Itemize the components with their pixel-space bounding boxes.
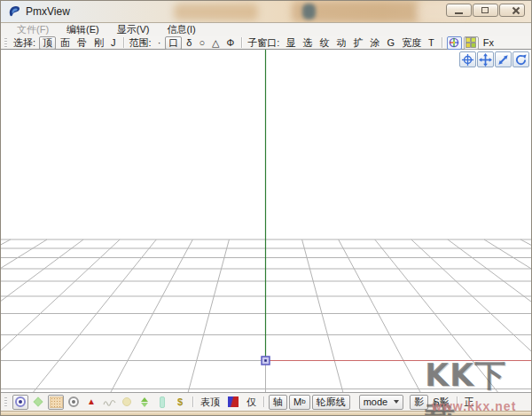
subwindow-button-t[interactable]: T (425, 37, 438, 48)
subwindow-button-width[interactable]: 宽度 (398, 36, 425, 50)
wave-icon (103, 398, 116, 406)
maximize-icon (481, 7, 489, 13)
viewport-canvas[interactable] (1, 50, 531, 392)
pale-circle-icon (122, 397, 131, 406)
range-label: 范围: (129, 36, 152, 50)
background-blur-blob (302, 4, 316, 20)
only-toggle[interactable]: 仅 (243, 396, 260, 409)
vertex-color-swatch[interactable] (228, 396, 239, 407)
subwindow-button-texture[interactable]: 纹 (316, 36, 332, 50)
titlebar: PmxView (1, 1, 531, 23)
dollar-icon: $ (177, 396, 183, 407)
outline-button[interactable]: 轮廓线 (312, 395, 350, 410)
range-button-dot[interactable]: · (154, 37, 165, 48)
toolbar-separator (241, 37, 242, 48)
range-button-phi[interactable]: Φ (223, 37, 239, 48)
subwindow-button-extend[interactable]: 扩 (349, 36, 366, 50)
main-toolbar: 选择: 顶 面 骨 刚 J 范围: · 口 δ ○ △ Φ 子窗口: 显 选 纹… (1, 36, 531, 50)
select-button-vertex[interactable]: 顶 (39, 36, 56, 50)
toolbar-separator (263, 396, 264, 407)
updown-arrows-button[interactable] (137, 395, 153, 410)
dollar-button[interactable]: $ (172, 395, 188, 410)
single-view-icon (449, 37, 459, 48)
point-select-icon (15, 396, 26, 407)
surface-vertex-label: 表顶 (197, 396, 223, 409)
select-button-face[interactable]: 面 (57, 36, 74, 50)
caption-buttons (446, 4, 525, 17)
fx-toggle[interactable]: Fx (480, 37, 497, 48)
green-diamond-button[interactable] (30, 395, 46, 410)
mb-button-label: M (293, 396, 301, 408)
axis-button[interactable]: 轴 (269, 395, 287, 410)
range-button-delta[interactable]: δ (183, 37, 195, 48)
toolbar-separator (442, 37, 442, 48)
menu-item-view[interactable]: 显示(V) (108, 23, 159, 36)
select-button-joint[interactable]: J (107, 37, 120, 48)
red-triangle-button[interactable]: ▲ (83, 395, 99, 410)
pan-circle-icon (461, 53, 474, 67)
toolbar-separator (123, 37, 124, 48)
menu-item-info[interactable]: 信息(I) (158, 23, 204, 36)
zoom-icon (497, 53, 510, 67)
maximize-button[interactable] (473, 4, 498, 17)
mode-select[interactable]: mode (359, 395, 404, 410)
toolbar-grip[interactable] (4, 38, 7, 48)
select-button-rigid[interactable]: 刚 (90, 36, 107, 50)
mb-button-sub-label: b (301, 396, 305, 408)
toolbar-separator (192, 396, 193, 407)
rotate-icon (514, 53, 528, 67)
circle-small-icon (68, 396, 79, 407)
window-title: PmxView (26, 5, 70, 18)
select-button-bone[interactable]: 骨 (74, 36, 90, 50)
circle-small-button[interactable] (66, 395, 82, 410)
app-icon (7, 4, 21, 19)
move-icon (479, 53, 492, 67)
minimize-icon (455, 12, 463, 14)
single-view-button[interactable] (447, 36, 462, 50)
range-button-triangle[interactable]: △ (208, 37, 223, 49)
pan-circle-button[interactable] (459, 51, 476, 67)
select-label: 选择: (13, 36, 35, 50)
menu-item-edit[interactable]: 编辑(E) (58, 23, 108, 36)
subwindow-label: 子窗口: (247, 36, 279, 50)
cyan-bar-icon (160, 396, 165, 408)
subwindow-button-paint[interactable]: 涂 (366, 36, 383, 50)
wave-button[interactable] (101, 395, 117, 410)
point-select-button[interactable] (12, 395, 28, 410)
viewport-nav-buttons (458, 51, 529, 67)
green-diamond-icon (33, 396, 43, 406)
background-blur-blob (174, 4, 258, 20)
move-button[interactable] (477, 51, 494, 67)
close-icon (512, 6, 520, 15)
toolbar-grip[interactable] (4, 397, 7, 407)
quad-view-button[interactable] (464, 36, 479, 50)
updown-arrows-icon (141, 397, 148, 407)
zoom-button[interactable] (495, 51, 512, 67)
cyan-bar-button[interactable] (154, 395, 170, 410)
subwindow-button-motion[interactable]: 动 (332, 36, 349, 50)
range-button-circle[interactable]: ○ (195, 37, 208, 48)
menu-item-file[interactable]: 文件(F) (8, 23, 58, 36)
subwindow-button-g[interactable]: G (383, 37, 398, 48)
mb-button[interactable]: Mb (289, 395, 310, 410)
range-button-square[interactable]: 口 (165, 36, 182, 50)
skin-texture-icon (50, 396, 63, 408)
app-window: PmxView 文件(F) 编辑(E) 显示(V) 信息(I) 选择: 顶 面 … (0, 0, 532, 416)
red-triangle-icon: ▲ (87, 397, 96, 406)
pale-circle-button[interactable] (119, 395, 135, 410)
skin-texture-button[interactable] (48, 395, 64, 410)
rotate-button[interactable] (512, 51, 529, 67)
mode-select-label: mode (364, 396, 388, 408)
subwindow-button-select[interactable]: 选 (299, 36, 316, 50)
chevron-down-icon (394, 400, 399, 404)
minimize-button[interactable] (446, 4, 472, 17)
watermark-small: www.kkx.net (432, 399, 516, 413)
grid-svg (1, 50, 531, 392)
subwindow-button-display[interactable]: 显 (282, 36, 299, 50)
quad-view-icon (466, 37, 476, 48)
close-button[interactable] (499, 4, 525, 17)
menubar: 文件(F) 编辑(E) 显示(V) 信息(I) (1, 23, 531, 36)
